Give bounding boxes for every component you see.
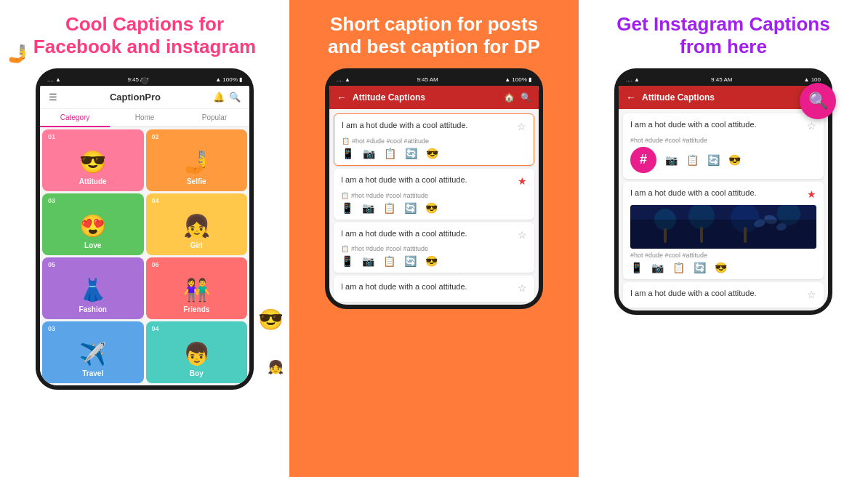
svg-point-8 bbox=[753, 217, 766, 228]
category-grid: 01 😎 Attitude 02 🤳 Selfie 03 😍 Love 04 👧 bbox=[40, 127, 249, 385]
mid-home-icon[interactable]: 🏠 bbox=[504, 92, 515, 103]
right-status-battery: ▲ 100 bbox=[803, 76, 821, 83]
section-left: Cool Captions for Facebook and instagram… bbox=[0, 0, 289, 477]
share-icon-3[interactable]: 🔄 bbox=[404, 255, 417, 267]
caption-image bbox=[630, 205, 816, 249]
search-icon[interactable]: 🔍 bbox=[229, 92, 241, 103]
grid-cell-fashion[interactable]: 05 👗 Fashion bbox=[42, 257, 144, 319]
caption-tags-3: 📋 #hot #dude #cool #attitude bbox=[341, 245, 527, 252]
right-emoji-1[interactable]: 😎 bbox=[728, 154, 741, 166]
left-phone-screen: ☰ CaptionPro 🔔 🔍 Category Home Popular 0… bbox=[40, 86, 249, 385]
mid-status-time: 9:45 AM bbox=[417, 76, 438, 83]
emoji-icon-2[interactable]: 😎 bbox=[425, 202, 438, 214]
svg-point-10 bbox=[776, 222, 787, 231]
whatsapp-icon-2[interactable]: 📱 bbox=[341, 202, 353, 214]
grid-cell-selfie[interactable]: 02 🤳 Selfie bbox=[146, 129, 248, 191]
emoji-icon-3[interactable]: 😎 bbox=[425, 255, 438, 267]
right-share-2[interactable]: 🔄 bbox=[694, 262, 706, 273]
emoji-icon-1[interactable]: 😎 bbox=[426, 148, 438, 159]
mid-status-battery: ▲ 100% ▮ bbox=[505, 76, 531, 83]
tab-home[interactable]: Home bbox=[110, 109, 180, 126]
grid-cell-travel[interactable]: 03 ✈️ Travel bbox=[42, 321, 144, 383]
instagram-icon-3[interactable]: 📷 bbox=[362, 255, 374, 267]
star-icon-3[interactable]: ☆ bbox=[518, 228, 527, 243]
svg-point-2 bbox=[688, 205, 715, 229]
right-headline: Get Instagram Captions from here bbox=[579, 0, 868, 65]
mid-app-bar: ← Attitude Captions 🏠 🔍 bbox=[329, 86, 539, 109]
svg-rect-6 bbox=[700, 227, 703, 243]
right-star-1[interactable]: ☆ bbox=[807, 119, 816, 134]
star-icon-1[interactable]: ☆ bbox=[517, 120, 526, 135]
right-star-2[interactable]: ★ bbox=[807, 188, 816, 202]
right-back-icon[interactable]: ← bbox=[626, 92, 636, 103]
mid-bar-title: Attitude Captions bbox=[353, 92, 498, 103]
right-phone-screen: ← Attitude Captions 🏠 I am a hot dude wi… bbox=[619, 86, 828, 310]
right-copy-2[interactable]: 📋 bbox=[672, 262, 685, 273]
copy-icon-2[interactable]: 📋 bbox=[341, 192, 349, 199]
section-mid: Short caption for posts and best caption… bbox=[289, 0, 579, 477]
left-tab-bar: Category Home Popular bbox=[40, 109, 249, 127]
right-bar-title: Attitude Captions bbox=[642, 92, 804, 103]
notification-icon[interactable]: 🔔 bbox=[213, 92, 225, 103]
caption-tags-1: 📋 #hot #dude #cool #attitude bbox=[342, 137, 526, 145]
caption-text-3: I am a hot dude with a cool attitude. ☆ bbox=[341, 228, 527, 243]
hashtag-circle[interactable]: # bbox=[630, 147, 656, 173]
svg-rect-7 bbox=[744, 227, 747, 243]
copy-action-1[interactable]: 📋 bbox=[384, 148, 396, 159]
tab-popular[interactable]: Popular bbox=[180, 109, 249, 126]
caption-card-3: I am a hot dude with a cool attitude. ☆ … bbox=[334, 223, 534, 273]
caption-actions-2: 📱 📷 📋 🔄 😎 bbox=[341, 202, 527, 214]
caption-actions-3: 📱 📷 📋 🔄 😎 bbox=[341, 255, 527, 267]
right-share-1[interactable]: 🔄 bbox=[707, 154, 720, 166]
deco-emoji-cool: 😎 bbox=[258, 308, 284, 332]
right-whatsapp-2[interactable]: 📱 bbox=[630, 262, 643, 273]
deco-emoji-girl: 👧 bbox=[268, 359, 284, 375]
right-caption-text-3: I am a hot dude with a cool attitude. ☆ bbox=[630, 288, 816, 302]
share-icon-2[interactable]: 🔄 bbox=[404, 202, 417, 214]
instagram-icon-2[interactable]: 📷 bbox=[362, 202, 374, 214]
star-icon-4[interactable]: ☆ bbox=[518, 281, 527, 296]
left-app-bar-icons: 🔔 🔍 bbox=[213, 92, 241, 103]
share-icon-1[interactable]: 🔄 bbox=[405, 148, 417, 159]
grid-cell-attitude[interactable]: 01 😎 Attitude bbox=[42, 129, 144, 191]
svg-point-4 bbox=[777, 205, 800, 225]
mid-phone-screen: ← Attitude Captions 🏠 🔍 I am a hot dude … bbox=[329, 86, 539, 304]
caption-tags-2: 📋 #hot #dude #cool #attitude bbox=[341, 192, 527, 199]
whatsapp-icon-3[interactable]: 📱 bbox=[341, 255, 353, 267]
mid-phone: .... ▲ 9:45 AM ▲ 100% ▮ ← Attitude Capti… bbox=[325, 68, 543, 308]
right-status-bar: .... ▲ 9:45 AM ▲ 100 bbox=[619, 73, 828, 86]
caption-card-1: I am a hot dude with a cool attitude. ☆ … bbox=[334, 113, 534, 166]
tab-category[interactable]: Category bbox=[40, 109, 110, 127]
svg-rect-5 bbox=[664, 228, 667, 243]
instagram-icon-1[interactable]: 📷 bbox=[363, 148, 375, 159]
left-headline: Cool Captions for Facebook and instagram bbox=[0, 0, 289, 65]
right-caption-text-1: I am a hot dude with a cool attitude. ☆ bbox=[630, 119, 816, 134]
star-icon-2[interactable]: ★ bbox=[518, 175, 527, 189]
right-instagram-2[interactable]: 📷 bbox=[651, 262, 664, 273]
mid-status-dots: .... ▲ bbox=[337, 76, 350, 83]
grid-cell-girl[interactable]: 04 👧 Girl bbox=[146, 193, 248, 255]
left-status-battery: ▲ 100% ▮ bbox=[215, 76, 242, 83]
whatsapp-icon-1[interactable]: 📱 bbox=[342, 148, 354, 159]
hamburger-icon[interactable]: ☰ bbox=[49, 92, 57, 103]
grid-cell-friends[interactable]: 06 👫 Friends bbox=[146, 257, 248, 319]
right-star-3[interactable]: ☆ bbox=[807, 288, 816, 302]
copy-icon-1[interactable]: 📋 bbox=[342, 137, 350, 145]
right-emoji-2[interactable]: 😎 bbox=[715, 262, 727, 273]
mid-back-icon[interactable]: ← bbox=[337, 92, 347, 103]
grid-cell-love[interactable]: 03 😍 Love bbox=[42, 193, 144, 255]
copy-action-2[interactable]: 📋 bbox=[383, 202, 395, 214]
mid-status-bar: .... ▲ 9:45 AM ▲ 100% ▮ bbox=[329, 73, 539, 86]
right-caption-text-2: I am a hot dude with a cool attitude. ★ bbox=[630, 188, 816, 202]
right-copy-1[interactable]: 📋 bbox=[686, 154, 699, 166]
mid-search-icon[interactable]: 🔍 bbox=[521, 92, 531, 103]
grid-cell-boy[interactable]: 04 👦 Boy bbox=[146, 321, 248, 383]
copy-action-3[interactable]: 📋 bbox=[383, 255, 395, 267]
right-instagram-1[interactable]: 📷 bbox=[665, 154, 678, 166]
right-caption-actions-1: # 📷 📋 🔄 😎 bbox=[630, 147, 816, 173]
copy-icon-3[interactable]: 📋 bbox=[341, 245, 349, 252]
left-app-bar: ☰ CaptionPro 🔔 🔍 bbox=[40, 86, 249, 109]
right-caption-actions-2: 📱 📷 📋 🔄 😎 bbox=[630, 262, 816, 273]
caption-card-2: I am a hot dude with a cool attitude. ★ … bbox=[334, 169, 534, 220]
right-caption-card-2: I am a hot dude with a cool attitude. ★ bbox=[623, 182, 824, 279]
